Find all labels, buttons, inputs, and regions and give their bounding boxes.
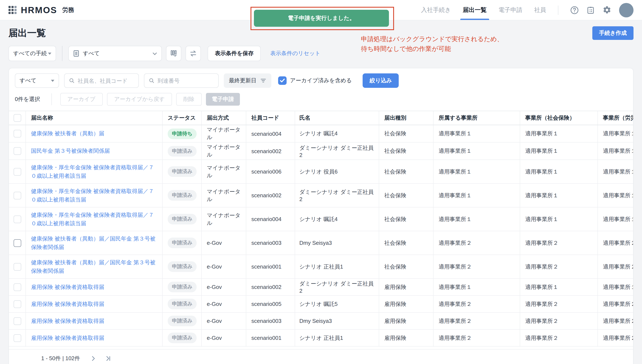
employee-code-cell: scenario005 [246, 296, 295, 312]
last-page-icon[interactable] [105, 356, 111, 362]
table-row: 健康保険・厚生年金保険 被保険者資格取得届／７０歳以上被用者該当届 申請済み マ… [9, 160, 633, 184]
document-icon [73, 50, 79, 57]
notification-name-link[interactable]: 健康保険 被扶養者（異動）届／国民年金 第３号被保険者関係届 [31, 232, 157, 254]
notification-name-link[interactable]: 健康保険・厚生年金保険 被保険者資格取得届／７０歳以上被用者該当届 [31, 184, 157, 206]
notification-name-link[interactable]: 健康保険・厚生年金保険 被保険者資格取得届／７０歳以上被用者該当届 [31, 208, 157, 230]
procedure-select[interactable]: すべての手続 [9, 46, 56, 61]
row-checkbox[interactable] [13, 263, 21, 270]
logo[interactable]: HRMOS 労務 [9, 5, 74, 15]
office-cell: 適用事業所２ [434, 255, 520, 278]
select-all-checkbox[interactable] [13, 114, 21, 122]
method-cell: e-Gov [202, 279, 246, 295]
action-divider [51, 93, 52, 105]
method-cell: マイナポータル [202, 160, 246, 183]
office-labor-cell: 適用事業所１ [598, 160, 633, 183]
row-checkbox[interactable] [13, 334, 21, 342]
nav-item-onboarding[interactable]: 入社手続き [421, 0, 451, 20]
e-submit-button[interactable]: 電子申請 [206, 93, 240, 106]
column-settings-button[interactable] [166, 46, 181, 61]
archive-button[interactable]: アーカイブ [60, 93, 103, 106]
row-checkbox[interactable] [13, 192, 21, 199]
row-checkbox[interactable] [13, 215, 21, 223]
table-row: 健康保険・厚生年金保険 被保険者資格取得届／７０歳以上被用者該当届 申請済み マ… [9, 208, 633, 231]
notification-name-link[interactable]: 健康保険 被扶養者（異動）届／国民年金 第３号被保険者関係届 [31, 256, 157, 278]
settings-gear-icon[interactable] [602, 6, 611, 14]
method-cell: マイナポータル [202, 184, 246, 207]
search-filter-bar: すべて 最終更新日 [9, 68, 633, 93]
row-checkbox[interactable] [13, 239, 21, 247]
notification-name-link[interactable]: 雇用保険 被保険者資格取得届 [31, 280, 104, 294]
swap-view-button[interactable] [186, 46, 201, 61]
employee-code-cell: scenario001 [246, 255, 295, 278]
filter-divider [62, 46, 62, 61]
page-title: 届出一覧 [9, 27, 46, 40]
status-select[interactable]: すべて [15, 74, 59, 88]
notification-type-select[interactable]: すべて [68, 46, 162, 61]
notification-name-link[interactable]: 雇用保険 被保険者資格取得届 [31, 331, 104, 345]
next-page-icon[interactable] [90, 356, 96, 362]
notification-name-link[interactable]: 国民年金 第３号被保険者関係届 [31, 144, 110, 158]
column-header-employee[interactable]: 氏名 [295, 111, 379, 125]
search-icon [149, 78, 155, 84]
arrival-number-field[interactable] [144, 74, 219, 88]
column-header-kind[interactable]: 届出種別 [379, 111, 434, 125]
include-archived-checkbox[interactable]: アーカイブ済みを含める [278, 76, 352, 85]
row-checkbox[interactable] [13, 300, 21, 308]
row-checkbox[interactable] [13, 130, 21, 138]
status-badge: 申請済み [168, 146, 197, 156]
column-header-status[interactable]: ステータス [163, 111, 202, 125]
employee-search-input[interactable] [78, 78, 134, 84]
reset-view-conditions-link[interactable]: 表示条件のリセット [270, 50, 320, 57]
column-header-method[interactable]: 届出方式 [202, 111, 246, 125]
table-row: 雇用保険 被保険者資格取得届 申請済み e-Gov scenario003 Dm… [9, 313, 633, 330]
column-header-office-social[interactable]: 事業所（社会保険） [520, 111, 598, 125]
chevron-down-icon [152, 52, 157, 55]
apply-filter-button[interactable]: 絞り込み [363, 74, 399, 88]
column-header-code[interactable]: 社員コード [246, 111, 295, 125]
employee-name-cell: シナリオ 正社員1 [295, 330, 379, 346]
caret-down-icon [51, 80, 54, 82]
user-avatar[interactable] [619, 3, 633, 17]
employee-code-cell: scenario004 [246, 125, 295, 142]
column-header-office-labor[interactable]: 事業所（労災保険） [598, 111, 633, 125]
checked-checkbox-icon[interactable] [278, 76, 287, 85]
column-header-name[interactable]: 届出名称 [26, 111, 163, 125]
office-labor-cell: 適用事業所１ [598, 279, 633, 295]
status-badge: 申請済み [168, 214, 197, 224]
office-cell: 適用事業所１ [434, 208, 520, 231]
save-view-conditions-button[interactable]: 表示条件を保存 [208, 46, 261, 61]
app-launcher-icon[interactable] [9, 6, 17, 14]
notification-name-link[interactable]: 雇用保険 被保険者資格取得届 [31, 298, 104, 311]
method-cell: e-Gov [202, 231, 246, 254]
nav-item-notifications[interactable]: 届出一覧 [463, 0, 487, 20]
table-row: 健康保険 被扶養者（異動）届／国民年金 第３号被保険者関係届 申請済み e-Go… [9, 255, 633, 279]
row-checkbox[interactable] [13, 283, 21, 291]
row-checkbox[interactable] [13, 147, 21, 155]
kind-cell: 社会保険 [379, 142, 434, 160]
help-icon[interactable] [570, 6, 579, 14]
nav-item-e-apply[interactable]: 電子申請 [498, 0, 522, 20]
last-updated-sort-button[interactable]: 最終更新日 [224, 74, 271, 88]
office-labor-cell: 適用事業所１ [598, 125, 633, 142]
notification-name-link[interactable]: 雇用保険 被保険者資格取得届 [31, 314, 104, 328]
app-window: HRMOS 労務 入社手続き 届出一覧 電子申請 社員 電 [0, 0, 642, 364]
brand-product: 労務 [62, 6, 74, 14]
row-checkbox[interactable] [13, 168, 21, 176]
row-checkbox[interactable] [13, 317, 21, 325]
notification-name-link[interactable]: 健康保険・厚生年金保険 被保険者資格取得届／７０歳以上被用者該当届 [31, 161, 157, 182]
office-social-cell: 適用事業所２ [520, 296, 598, 312]
unarchive-button[interactable]: アーカイブから戻す [107, 93, 172, 106]
method-cell: マイナポータル [202, 125, 246, 142]
notification-name-link[interactable]: 健康保険 被扶養者（異動）届 [31, 127, 104, 140]
arrival-number-input[interactable] [158, 78, 214, 84]
employee-search-field[interactable] [64, 74, 139, 88]
create-procedure-button[interactable]: 手続き作成 [592, 26, 633, 40]
column-header-office[interactable]: 所属する事業所 [434, 111, 520, 125]
table-row: 国民年金 第３号被保険者関係届 申請済み マイナポータル scenario002… [9, 142, 633, 160]
office-cell: 適用事業所１ [434, 125, 520, 142]
employee-code-cell: scenario004 [246, 208, 295, 231]
tasks-icon[interactable] [586, 6, 595, 14]
delete-button[interactable]: 削除 [176, 93, 202, 106]
table-row: 健康保険 被扶養者（異動）届／国民年金 第３号被保険者関係届 申請済み e-Go… [9, 231, 633, 255]
nav-item-employees[interactable]: 社員 [534, 0, 546, 20]
